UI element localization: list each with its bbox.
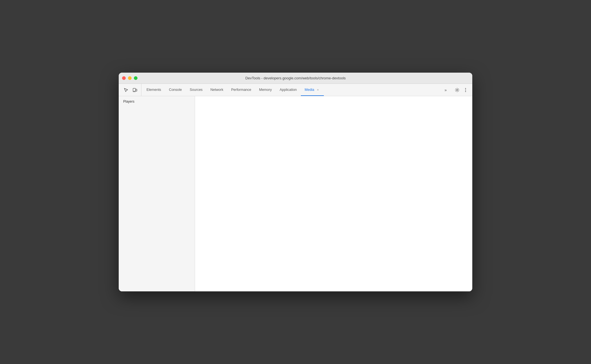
titlebar: DevTools - developers.google.com/web/too… bbox=[119, 73, 472, 84]
settings-button[interactable] bbox=[453, 86, 461, 94]
tab-memory[interactable]: Memory bbox=[255, 84, 276, 96]
window-title: DevTools - developers.google.com/web/too… bbox=[245, 76, 346, 80]
players-label: Players bbox=[119, 98, 195, 105]
toolbar-right: » bbox=[440, 84, 471, 96]
more-options-button[interactable] bbox=[462, 86, 469, 94]
toolbar: Elements Console Sources Network Perform… bbox=[119, 84, 472, 96]
devtools-window: DevTools - developers.google.com/web/too… bbox=[119, 73, 472, 291]
tab-network[interactable]: Network bbox=[207, 84, 227, 96]
content: Players bbox=[119, 96, 472, 291]
svg-point-6 bbox=[465, 91, 466, 92]
toolbar-icons bbox=[120, 84, 141, 96]
tab-elements[interactable]: Elements bbox=[143, 84, 165, 96]
more-tabs-button[interactable]: » bbox=[442, 86, 450, 94]
main-panel bbox=[195, 96, 472, 291]
device-icon bbox=[133, 88, 137, 92]
close-button[interactable] bbox=[122, 76, 126, 80]
svg-point-4 bbox=[465, 88, 466, 89]
traffic-lights bbox=[122, 76, 138, 80]
tab-performance[interactable]: Performance bbox=[227, 84, 255, 96]
more-options-icon bbox=[465, 88, 466, 92]
svg-point-5 bbox=[465, 89, 466, 90]
tab-media[interactable]: Media × bbox=[301, 84, 324, 96]
tab-console[interactable]: Console bbox=[165, 84, 186, 96]
tabs: Elements Console Sources Network Perform… bbox=[143, 84, 440, 96]
maximize-button[interactable] bbox=[134, 76, 138, 80]
svg-rect-1 bbox=[136, 89, 137, 91]
minimize-button[interactable] bbox=[128, 76, 132, 80]
tab-sources[interactable]: Sources bbox=[186, 84, 207, 96]
sidebar: Players bbox=[119, 96, 195, 291]
svg-point-3 bbox=[457, 89, 458, 91]
cursor-icon bbox=[124, 88, 128, 92]
toggle-device-button[interactable] bbox=[131, 86, 139, 94]
select-element-button[interactable] bbox=[122, 86, 130, 94]
settings-icon bbox=[455, 88, 459, 92]
tab-media-close[interactable]: × bbox=[316, 88, 320, 92]
tab-application[interactable]: Application bbox=[276, 84, 301, 96]
